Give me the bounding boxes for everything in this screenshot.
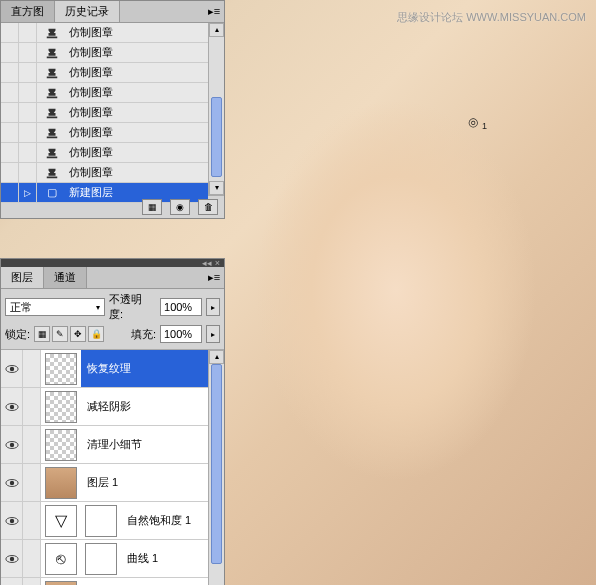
- layer-link-col[interactable]: [23, 464, 41, 501]
- layer-link-col[interactable]: [23, 350, 41, 387]
- history-item-label: 仿制图章: [67, 45, 208, 60]
- history-marker-col[interactable]: [19, 23, 37, 42]
- layer-link-col[interactable]: [23, 426, 41, 463]
- history-list[interactable]: 仿制图章仿制图章仿制图章仿制图章仿制图章仿制图章仿制图章仿制图章▷▢新建图层: [1, 23, 208, 195]
- layer-name[interactable]: 图层 1: [81, 464, 208, 501]
- blend-mode-dropdown[interactable]: 正常 ▾: [5, 298, 105, 316]
- history-marker-col[interactable]: [19, 83, 37, 102]
- layer-item[interactable]: 恢复纹理: [1, 350, 208, 388]
- layer-mask-thumb[interactable]: [85, 543, 117, 575]
- panel-grip[interactable]: ◂◂ ×: [1, 259, 224, 267]
- visibility-eye-icon[interactable]: [1, 388, 23, 425]
- scroll-down-icon[interactable]: ▾: [209, 181, 224, 195]
- panel-menu-icon[interactable]: ▸≡: [204, 1, 224, 22]
- layer-thumbnail[interactable]: ⎋: [45, 543, 77, 575]
- layer-thumbnail[interactable]: [45, 467, 77, 499]
- history-item[interactable]: 仿制图章: [1, 143, 208, 163]
- history-scrollbar[interactable]: ▴ ▾: [208, 23, 224, 195]
- layer-link-col[interactable]: [23, 540, 41, 577]
- layer-name[interactable]: 清理小细节: [81, 426, 208, 463]
- layer-thumbnail[interactable]: [45, 581, 77, 586]
- layer-name[interactable]: 自然饱和度 1: [121, 502, 208, 539]
- history-marker-col[interactable]: [19, 63, 37, 82]
- history-marker-col[interactable]: [19, 163, 37, 182]
- visibility-eye-icon[interactable]: [1, 540, 23, 577]
- history-marker-col[interactable]: [19, 43, 37, 62]
- history-source-col[interactable]: [1, 103, 19, 122]
- history-source-col[interactable]: [1, 183, 19, 202]
- svg-point-15: [9, 480, 13, 484]
- layer-item[interactable]: ▽自然饱和度 1: [1, 502, 208, 540]
- stamp-icon: [37, 26, 67, 40]
- scroll-thumb[interactable]: [211, 97, 222, 177]
- layer-name[interactable]: 恢复纹理: [81, 350, 208, 387]
- scroll-up-icon[interactable]: ▴: [209, 23, 224, 37]
- layers-scrollbar[interactable]: ▴ ▾: [208, 350, 224, 585]
- chevron-down-icon: ▾: [96, 303, 100, 312]
- layer-link-col[interactable]: [23, 388, 41, 425]
- lock-position-icon[interactable]: ✥: [70, 326, 86, 342]
- snapshot-icon[interactable]: ◉: [170, 199, 190, 215]
- layer-item[interactable]: 清理小细节: [1, 426, 208, 464]
- history-item-label: 仿制图章: [67, 65, 208, 80]
- history-source-col[interactable]: [1, 43, 19, 62]
- visibility-eye-icon[interactable]: [1, 578, 23, 585]
- layer-thumbnail[interactable]: [45, 391, 77, 423]
- history-item[interactable]: 仿制图章: [1, 23, 208, 43]
- scroll-thumb[interactable]: [211, 364, 222, 564]
- history-marker-col[interactable]: [19, 123, 37, 142]
- layer-name[interactable]: 减轻阴影: [81, 388, 208, 425]
- history-marker-col[interactable]: [19, 143, 37, 162]
- history-item[interactable]: 仿制图章: [1, 83, 208, 103]
- visibility-eye-icon[interactable]: [1, 464, 23, 501]
- svg-rect-6: [47, 156, 58, 158]
- visibility-eye-icon[interactable]: [1, 350, 23, 387]
- lock-transparency-icon[interactable]: ▦: [34, 326, 50, 342]
- clone-stamp-cursor: [468, 115, 482, 129]
- scroll-up-icon[interactable]: ▴: [209, 350, 224, 364]
- layer-item[interactable]: ⎋曲线 1: [1, 540, 208, 578]
- layer-thumbnail[interactable]: [45, 429, 77, 461]
- create-document-icon[interactable]: ▦: [142, 199, 162, 215]
- history-item[interactable]: 仿制图章: [1, 63, 208, 83]
- history-item[interactable]: 仿制图章: [1, 103, 208, 123]
- trash-icon[interactable]: 🗑: [198, 199, 218, 215]
- lock-pixels-icon[interactable]: ✎: [52, 326, 68, 342]
- history-marker-col[interactable]: ▷: [19, 183, 37, 202]
- opacity-input[interactable]: [160, 298, 202, 316]
- layer-name[interactable]: 背景: [81, 578, 208, 585]
- fill-flyout-icon[interactable]: ▸: [206, 325, 220, 343]
- history-item[interactable]: 仿制图章: [1, 163, 208, 183]
- tab-channels[interactable]: 通道: [44, 267, 87, 288]
- layer-link-col[interactable]: [23, 578, 41, 585]
- visibility-eye-icon[interactable]: [1, 502, 23, 539]
- layer-thumbnail[interactable]: ▽: [45, 505, 77, 537]
- layer-mask-thumb[interactable]: [85, 505, 117, 537]
- history-marker-col[interactable]: [19, 103, 37, 122]
- history-source-col[interactable]: [1, 123, 19, 142]
- layer-item[interactable]: 减轻阴影: [1, 388, 208, 426]
- layer-thumbnail[interactable]: [45, 353, 77, 385]
- lock-all-icon[interactable]: 🔒: [88, 326, 104, 342]
- opacity-flyout-icon[interactable]: ▸: [206, 298, 220, 316]
- visibility-eye-icon[interactable]: [1, 426, 23, 463]
- history-item[interactable]: 仿制图章: [1, 123, 208, 143]
- history-panel: 直方图 历史记录 ▸≡ 仿制图章仿制图章仿制图章仿制图章仿制图章仿制图章仿制图章…: [0, 0, 225, 219]
- tab-history[interactable]: 历史记录: [55, 1, 120, 22]
- history-source-col[interactable]: [1, 23, 19, 42]
- history-source-col[interactable]: [1, 163, 19, 182]
- layer-name[interactable]: 曲线 1: [121, 540, 208, 577]
- layers-list[interactable]: 恢复纹理减轻阴影清理小细节图层 1▽自然饱和度 1⎋曲线 1背景: [1, 350, 208, 585]
- history-item[interactable]: 仿制图章: [1, 43, 208, 63]
- history-source-col[interactable]: [1, 143, 19, 162]
- panel-menu-icon[interactable]: ▸≡: [204, 267, 224, 288]
- history-source-col[interactable]: [1, 63, 19, 82]
- layer-item[interactable]: 背景: [1, 578, 208, 585]
- tab-histogram[interactable]: 直方图: [1, 1, 55, 22]
- layer-item[interactable]: 图层 1: [1, 464, 208, 502]
- tab-layers[interactable]: 图层: [1, 267, 44, 288]
- fill-input[interactable]: [160, 325, 202, 343]
- history-item-label: 仿制图章: [67, 145, 208, 160]
- history-source-col[interactable]: [1, 83, 19, 102]
- layer-link-col[interactable]: [23, 502, 41, 539]
